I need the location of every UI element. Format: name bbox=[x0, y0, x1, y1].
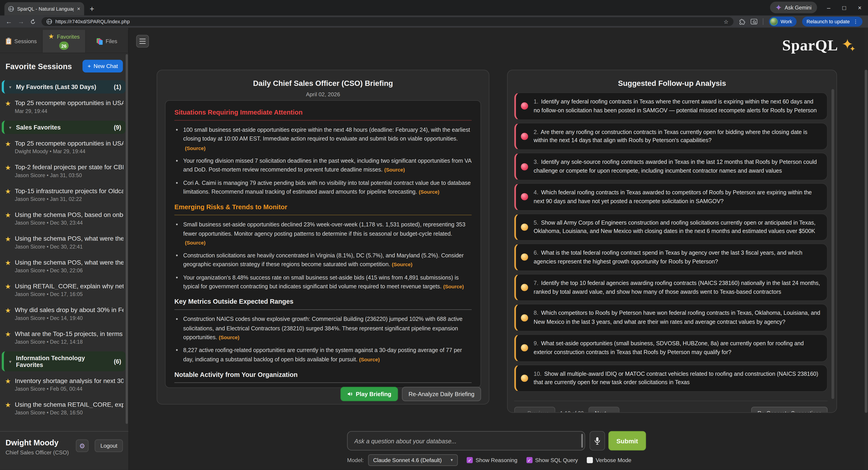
tab-files[interactable]: Files bbox=[86, 30, 128, 53]
session-item[interactable]: ★Inventory shortage analysis for next 30… bbox=[2, 375, 126, 395]
chevron-down-icon: ▾ bbox=[451, 458, 453, 463]
regenerate-suggestions-button[interactable]: Re-Generate Suggestions bbox=[751, 407, 828, 413]
page-scrollbar-thumb[interactable] bbox=[865, 70, 867, 413]
forward-button[interactable]: → bbox=[18, 18, 24, 25]
suggestion-item[interactable]: 5. Show all Army Corps of Engineers cons… bbox=[514, 213, 828, 241]
favorite-star-icon[interactable]: ★ bbox=[5, 164, 11, 172]
favorite-star-icon[interactable]: ★ bbox=[5, 377, 11, 385]
group-my-favorites[interactable]: ▼ My Favorites (Last 30 Days) (1) bbox=[2, 80, 126, 94]
settings-button[interactable]: ⚙ bbox=[76, 439, 89, 452]
suggestions-scrollbar[interactable] bbox=[831, 89, 834, 399]
session-item[interactable]: ★Top-2 federal projects per state for CB… bbox=[2, 161, 126, 181]
source-link[interactable]: (Source) bbox=[418, 189, 439, 194]
previous-page-button[interactable]: ← Previous bbox=[514, 407, 555, 413]
new-chat-button[interactable]: + New Chat bbox=[83, 60, 123, 72]
session-item[interactable]: ★What are the Top-15 projects, in terms … bbox=[2, 327, 126, 347]
sidebar-toggle-button[interactable] bbox=[136, 35, 149, 48]
show-sql-query-checkbox[interactable]: ✓ Show SQL Query bbox=[526, 457, 578, 463]
favorite-star-icon[interactable]: ★ bbox=[5, 283, 11, 290]
session-item[interactable]: ★Why did sales drop by about 30% in Febr… bbox=[2, 304, 126, 323]
favorite-star-icon[interactable]: ★ bbox=[5, 401, 11, 409]
suggestion-item[interactable]: 2. Are there any roofing or construction… bbox=[514, 123, 828, 150]
verbose-mode-checkbox[interactable]: Verbose Mode bbox=[587, 457, 631, 463]
favorite-star-icon[interactable]: ★ bbox=[5, 212, 11, 219]
back-button[interactable]: ← bbox=[5, 18, 12, 25]
source-link[interactable]: (Source) bbox=[185, 240, 206, 245]
favorite-star-icon[interactable]: ★ bbox=[5, 235, 11, 243]
session-item[interactable]: ★Top-15 infrastructure projects for Oldc… bbox=[2, 185, 126, 205]
browser-menu-icon[interactable]: ⋮ bbox=[853, 19, 858, 24]
submit-button[interactable]: Submit bbox=[608, 431, 646, 450]
suggestion-text: Which competitors to Roofs by Peterson h… bbox=[534, 310, 820, 325]
source-link[interactable]: (Source) bbox=[443, 284, 464, 289]
address-bar[interactable]: https://r740xd/SPARQL/index.php ☆ bbox=[41, 17, 734, 26]
tab-sessions[interactable]: Sessions bbox=[0, 30, 43, 53]
profile-chip[interactable]: Work bbox=[769, 17, 797, 26]
briefing-bullet: Construction solicitations are heavily c… bbox=[183, 251, 472, 269]
collapse-icon[interactable]: ▼ bbox=[8, 85, 12, 89]
suggestion-item[interactable]: 3. Identify any sole-source roofing cont… bbox=[514, 153, 828, 181]
favorite-star-icon[interactable]: ★ bbox=[5, 259, 11, 267]
relaunch-update-button[interactable]: Relaunch to update ⋮ bbox=[802, 17, 862, 26]
session-item[interactable]: ★ Top 25 recompete opportunities in USAS… bbox=[2, 97, 126, 117]
favorite-star-icon[interactable]: ★ bbox=[5, 188, 11, 195]
suggestion-item[interactable]: 9. What set-aside opportunities (small b… bbox=[514, 334, 828, 362]
session-item[interactable]: ★Using the schema POS, what were the To.… bbox=[2, 232, 126, 252]
favorite-star-icon[interactable]: ★ bbox=[5, 140, 11, 148]
page-scrollbar-track[interactable] bbox=[864, 28, 868, 470]
question-input[interactable] bbox=[348, 432, 585, 450]
suggestion-item[interactable]: 7. Identify the top 10 federal agencies … bbox=[514, 274, 828, 302]
source-link[interactable]: (Source) bbox=[185, 145, 206, 151]
favorite-star-icon[interactable]: ★ bbox=[5, 100, 11, 107]
session-item[interactable]: ★Using the schema POS, based on onboar..… bbox=[2, 209, 126, 228]
suggestion-item[interactable]: 6. What is the total federal roofing con… bbox=[514, 244, 828, 271]
browser-tab[interactable]: SparQL - Natural Language Dat × bbox=[4, 2, 84, 15]
voice-input-button[interactable] bbox=[590, 431, 605, 450]
suggestion-item[interactable]: 10. Show all multiple-award IDIQ or MATO… bbox=[514, 365, 828, 392]
side-panel-icon[interactable] bbox=[751, 19, 757, 25]
tab-close-icon[interactable]: × bbox=[77, 6, 80, 11]
suggestion-item[interactable]: 8. Which competitors to Roofs by Peterso… bbox=[514, 304, 828, 332]
restore-button[interactable]: □ bbox=[840, 4, 848, 11]
close-button[interactable]: × bbox=[856, 4, 864, 11]
bookmark-star-icon[interactable]: ☆ bbox=[723, 19, 728, 25]
user-footer: Dwight Moody Chief Sales Officer (CSO) ⚙… bbox=[0, 431, 128, 470]
minimize-button[interactable]: – bbox=[825, 4, 833, 11]
group-it-favorites[interactable]: ▼ Information Technology Favorites (6) bbox=[2, 351, 126, 371]
source-link[interactable]: (Source) bbox=[359, 357, 380, 362]
collapse-icon[interactable]: ▼ bbox=[8, 125, 12, 129]
extensions-icon[interactable] bbox=[739, 19, 745, 25]
suggestion-item[interactable]: 4. Which federal roofing contracts in Te… bbox=[514, 183, 828, 211]
favorite-star-icon[interactable]: ★ bbox=[5, 307, 11, 315]
ask-gemini-button[interactable]: Ask Gemini bbox=[770, 2, 817, 13]
model-select[interactable]: Claude Sonnet 4.6 (Default) ▾ bbox=[368, 455, 458, 466]
reanalyze-button[interactable]: Re-Analyze Daily Briefing bbox=[402, 387, 481, 401]
show-reasoning-checkbox[interactable]: ✓ Show Reasoning bbox=[467, 457, 517, 463]
play-briefing-button[interactable]: Play Briefing bbox=[340, 387, 398, 401]
source-link[interactable]: (Source) bbox=[219, 335, 239, 340]
suggestion-text: Show all Army Corps of Engineers constru… bbox=[534, 219, 815, 234]
checkbox-unchecked-icon bbox=[587, 457, 593, 463]
session-item[interactable]: ★Using the schema POS, what were the To.… bbox=[2, 256, 126, 276]
reload-button[interactable] bbox=[30, 19, 36, 25]
input-scrollbar[interactable] bbox=[581, 434, 583, 448]
briefing-body[interactable]: Situations Requiring Immediate Attention… bbox=[165, 100, 481, 388]
suggestion-number: 1. bbox=[534, 98, 538, 105]
new-tab-button[interactable]: + bbox=[90, 4, 94, 13]
session-item[interactable]: ★Using the schema RETAIL_CORE, explain .… bbox=[2, 398, 126, 418]
session-item[interactable]: ★Using RETAIL_CORE, explain why net sale… bbox=[2, 280, 126, 300]
sidebar-scrollbar[interactable] bbox=[126, 54, 128, 424]
session-item[interactable]: ★Top 25 recompete opportunities in USAS.… bbox=[2, 137, 126, 157]
next-page-button[interactable]: Next → bbox=[589, 407, 619, 413]
suggestion-item[interactable]: 1. Identify any federal roofing contract… bbox=[514, 92, 828, 120]
gemini-star-icon bbox=[776, 4, 782, 11]
tab-favorites[interactable]: ★ Favorites 26 bbox=[43, 30, 86, 53]
window-controls: Ask Gemini – □ × bbox=[770, 2, 864, 13]
group-sales-favorites[interactable]: ▼ Sales Favorites (9) bbox=[2, 121, 126, 134]
collapse-icon[interactable]: ▼ bbox=[8, 359, 12, 363]
logout-button[interactable]: Logout bbox=[95, 439, 123, 452]
source-link[interactable]: (Source) bbox=[384, 167, 405, 173]
favorite-star-icon[interactable]: ★ bbox=[5, 331, 11, 338]
section-heading-immediate: Situations Requiring Immediate Attention bbox=[174, 108, 471, 116]
source-link[interactable]: (Source) bbox=[392, 262, 412, 267]
